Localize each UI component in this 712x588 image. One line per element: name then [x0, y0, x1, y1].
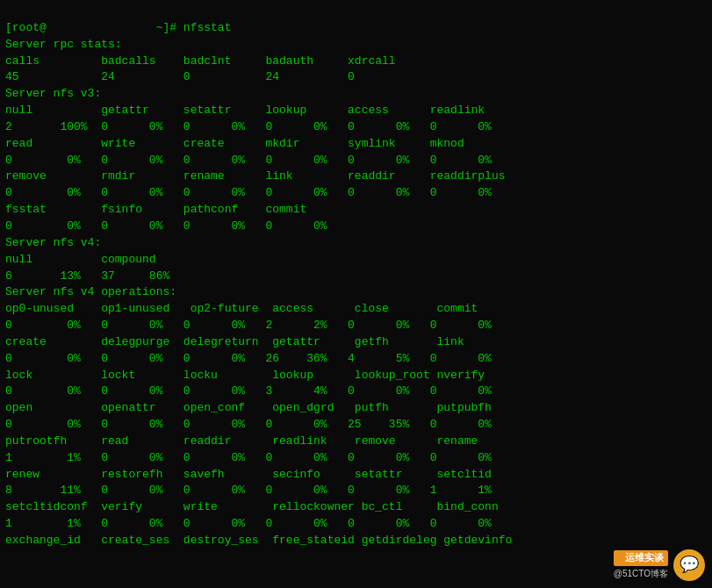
terminal-line: setcltidconf verify write rellockowner b…	[5, 499, 707, 516]
terminal-line: null getattr setattr lookup access readl…	[5, 103, 707, 119]
terminal-line: 2 100% 0 0% 0 0% 0 0% 0 0% 0 0%	[5, 119, 707, 136]
terminal-line: 6 13% 37 86%	[5, 269, 707, 285]
watermark-icon: 💬	[673, 549, 705, 581]
terminal-line: Server nfs v3:	[5, 86, 707, 103]
watermark-label: 运维实谈	[614, 550, 668, 566]
terminal-line: exchange_id create_ses destroy_ses free_…	[5, 533, 707, 549]
terminal-line: op0-unused op1-unused op2-future access …	[5, 301, 707, 318]
terminal-line: read write create mkdir symlink mknod	[5, 136, 707, 153]
terminal-line: fsstat fsinfo pathconf commit	[5, 202, 707, 219]
terminal-line: Server nfs v4 operations:	[5, 284, 707, 301]
terminal-line: 0 0% 0 0% 0 0% 2 2% 0 0% 0 0%	[5, 318, 707, 334]
watermark: 运维实谈 @51CTO博客 💬	[614, 549, 705, 581]
terminal-line: open openattr open_conf open_dgrd putfh …	[5, 400, 707, 417]
terminal-line: [root@ ~]# nfsstat	[5, 20, 707, 37]
terminal-line: lock lockt locku lookup lookup_root nver…	[5, 368, 707, 384]
terminal-line: Server rpc stats:	[5, 37, 707, 54]
terminal-line: null compound	[5, 252, 707, 269]
terminal-output: [root@ ~]# nfsstatServer rpc stats:calls…	[5, 4, 707, 584]
terminal-line: Server nfs v4:	[5, 235, 707, 252]
terminal-line: 1 1% 0 0% 0 0% 0 0% 0 0% 0 0%	[5, 450, 707, 467]
terminal-line: putrootfh read readdir readlink remove r…	[5, 434, 707, 450]
terminal-line: calls badcalls badclnt badauth xdrcall	[5, 54, 707, 70]
terminal-line: remove rmdir rename link readdir readdir…	[5, 169, 707, 185]
terminal-line: renew restorefh savefh secinfo setattr s…	[5, 467, 707, 484]
terminal-line: 0 0% 0 0% 0 0% 0 0%	[5, 219, 707, 235]
terminal-line: 45 24 0 24 0	[5, 69, 707, 86]
terminal-line: 0 0% 0 0% 0 0% 0 0% 25 35% 0 0%	[5, 417, 707, 434]
terminal-line: create delegpurge delegreturn getattr ge…	[5, 334, 707, 351]
watermark-sub: @51CTO博客	[614, 568, 668, 581]
terminal-line: 8 11% 0 0% 0 0% 0 0% 0 0% 1 1%	[5, 483, 707, 499]
terminal-line: 0 0% 0 0% 0 0% 3 4% 0 0% 0 0%	[5, 384, 707, 400]
terminal-line: 0 0% 0 0% 0 0% 0 0% 0 0% 0 0%	[5, 185, 707, 202]
terminal-line: 1 1% 0 0% 0 0% 0 0% 0 0% 0 0%	[5, 516, 707, 533]
terminal-line: 0 0% 0 0% 0 0% 26 36% 4 5% 0 0%	[5, 351, 707, 368]
terminal-line: 0 0% 0 0% 0 0% 0 0% 0 0% 0 0%	[5, 153, 707, 169]
